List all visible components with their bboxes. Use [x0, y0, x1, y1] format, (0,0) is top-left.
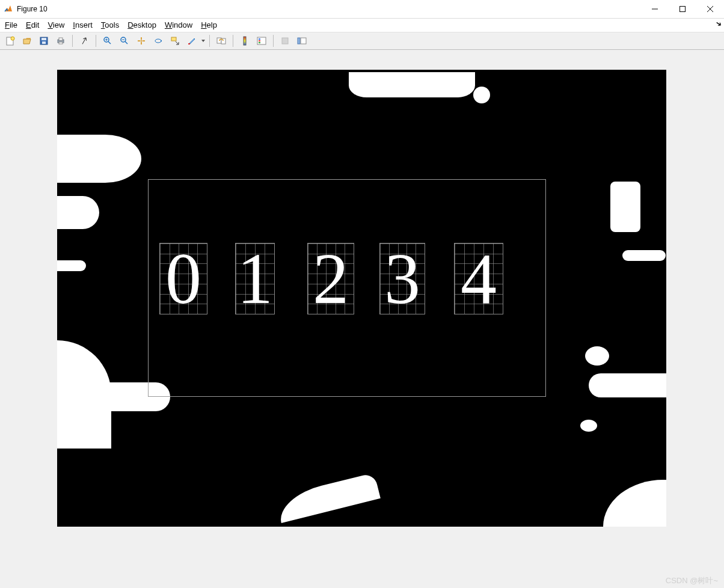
zoom-in-button[interactable]: [100, 34, 115, 48]
hide-plot-tools-button: [277, 34, 293, 48]
link-plot-button[interactable]: [213, 34, 229, 48]
blob-13: [603, 480, 666, 527]
brush-dropdown[interactable]: [201, 40, 206, 42]
zoom-out-button[interactable]: [117, 34, 132, 48]
window-title: Figure 10: [17, 5, 641, 13]
svg-rect-12: [59, 42, 63, 44]
svg-marker-26: [201, 40, 205, 42]
digit-box-4: 4: [454, 243, 503, 314]
menu-insert[interactable]: Insert: [73, 19, 93, 32]
digit-box-0: 0: [159, 243, 207, 314]
menu-view[interactable]: View: [48, 19, 64, 32]
minimize-button[interactable]: [641, 0, 669, 18]
svg-rect-11: [59, 38, 63, 40]
menu-tools[interactable]: Tools: [101, 19, 119, 32]
brush-button[interactable]: [184, 34, 200, 48]
svg-rect-37: [301, 38, 306, 44]
svg-rect-25: [188, 43, 190, 44]
digit-box-3: 3: [379, 243, 425, 314]
svg-rect-29: [244, 37, 246, 45]
svg-point-20: [141, 40, 143, 42]
svg-line-18: [125, 41, 127, 44]
blob-10: [585, 346, 609, 366]
title-bar: Figure 10: [0, 0, 724, 19]
toolbar-separator: [273, 35, 274, 47]
show-plot-tools-button[interactable]: [294, 34, 310, 48]
menu-bar: FileEditViewInsertToolsDesktopWindowHelp…: [0, 19, 724, 32]
svg-point-6: [11, 37, 14, 40]
blob-12: [580, 420, 597, 432]
svg-line-14: [108, 41, 111, 44]
menu-desktop[interactable]: Desktop: [127, 19, 156, 32]
blob-9: [622, 250, 666, 261]
close-button[interactable]: [696, 0, 724, 18]
pan-button[interactable]: [133, 34, 149, 48]
watermark-text: CSDN @树叶~: [666, 575, 718, 586]
toolbar-separator: [209, 35, 210, 47]
svg-rect-21: [171, 37, 176, 41]
maximize-button[interactable]: [669, 0, 696, 18]
save-button[interactable]: [36, 34, 52, 48]
figure-area: 01234 CSDN @树叶~: [0, 50, 724, 588]
toolbar-separator: [96, 35, 96, 47]
print-button[interactable]: [53, 34, 69, 48]
data-cursor-button[interactable]: [167, 34, 183, 48]
toolbar: [0, 32, 724, 50]
new-figure-button[interactable]: [2, 34, 18, 48]
insert-legend-button[interactable]: [254, 34, 269, 48]
toolbar-separator: [233, 35, 233, 47]
image-axes[interactable]: 01234: [57, 70, 666, 527]
menu-edit[interactable]: Edit: [26, 19, 39, 32]
svg-rect-35: [282, 38, 288, 44]
menu-file[interactable]: File: [5, 19, 17, 32]
blob-1: [473, 87, 490, 103]
svg-rect-8: [41, 38, 46, 40]
open-button[interactable]: [19, 34, 35, 48]
blob-7: [275, 473, 381, 523]
menu-window[interactable]: Window: [165, 19, 192, 32]
app-icon: [4, 4, 13, 14]
blob-11: [589, 373, 666, 397]
insert-colorbar-button[interactable]: [237, 34, 253, 48]
window-buttons: [641, 0, 724, 18]
svg-rect-9: [42, 41, 46, 44]
blob-0: [349, 72, 475, 97]
svg-rect-1: [680, 7, 686, 12]
blob-4: [57, 260, 86, 271]
blob-3: [57, 196, 99, 229]
menu-help[interactable]: Help: [201, 19, 217, 32]
rotate-3d-button[interactable]: [150, 34, 166, 48]
digit-box-2: 2: [307, 243, 354, 314]
toolbar-separator: [72, 35, 73, 47]
blob-2: [57, 135, 141, 183]
digit-box-1: 1: [235, 243, 275, 314]
svg-rect-36: [298, 38, 300, 44]
dock-arrow-icon[interactable]: ➔: [714, 19, 723, 29]
edit-plot-button[interactable]: [76, 34, 92, 48]
blob-8: [610, 182, 640, 232]
svg-line-22: [176, 41, 179, 44]
